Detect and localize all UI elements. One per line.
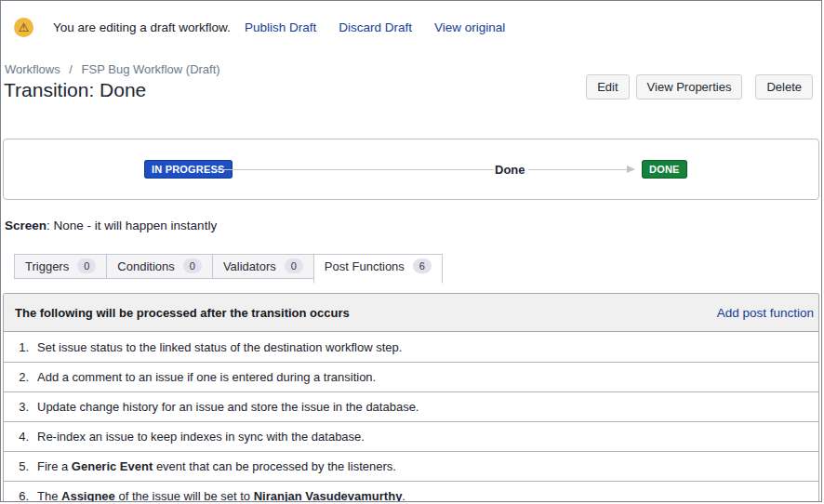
- draft-banner: ⚠ You are editing a draft workflow. Publ…: [14, 18, 505, 37]
- tab-count-badge: 6: [413, 259, 432, 273]
- tab-label: Triggers: [25, 259, 69, 273]
- row-number: 6.: [4, 489, 29, 501]
- tab-label: Validators: [223, 259, 276, 273]
- discard-draft-link[interactable]: Discard Draft: [339, 20, 412, 34]
- post-function-row: 2.Add a comment to an issue if one is en…: [4, 362, 818, 391]
- breadcrumb-separator: /: [69, 62, 73, 76]
- transition-line: [218, 169, 494, 170]
- tab-count-badge: 0: [183, 259, 202, 273]
- screen-info-label: Screen: [5, 219, 47, 232]
- view-properties-button[interactable]: View Properties: [636, 74, 743, 99]
- row-text: Re-index an issue to keep indexes in syn…: [37, 430, 365, 444]
- breadcrumb: Workflows / FSP Bug Workflow (Draft): [5, 62, 220, 76]
- workflow-transition-page: ⚠ You are editing a draft workflow. Publ…: [0, 0, 822, 502]
- status-lozenge-target[interactable]: DONE: [642, 160, 687, 179]
- tab-triggers[interactable]: Triggers0: [14, 254, 107, 279]
- warning-icon: ⚠: [14, 18, 33, 37]
- screen-info-value: : None - it will happen instantly: [47, 219, 217, 232]
- transition-line: [528, 169, 627, 170]
- tab-validators[interactable]: Validators0: [212, 254, 314, 279]
- post-function-row: 5.Fire a Generic Event event that can be…: [4, 451, 818, 481]
- row-number: 4.: [4, 430, 29, 444]
- post-function-list: 1.Set issue status to the linked status …: [4, 332, 818, 501]
- post-function-row: 3.Update change history for an issue and…: [4, 391, 818, 421]
- breadcrumb-workflows[interactable]: Workflows: [5, 62, 60, 76]
- transition-diagram: IN PROGRESS Done DONE: [3, 139, 819, 200]
- add-post-function-link[interactable]: Add post function: [717, 306, 814, 320]
- panel-header-title: The following will be processed after th…: [15, 306, 350, 320]
- delete-button[interactable]: Delete: [755, 74, 813, 99]
- draft-banner-message: You are editing a draft workflow.: [53, 20, 231, 34]
- post-function-row: 6.The Assignee of the issue will be set …: [4, 481, 818, 501]
- row-text: The Assignee of the issue will be set to…: [37, 489, 405, 501]
- breadcrumb-workflow-draft[interactable]: FSP Bug Workflow (Draft): [82, 62, 220, 76]
- tab-label: Post Functions: [325, 259, 405, 273]
- row-number: 2.: [4, 370, 29, 384]
- panel-header: The following will be processed after th…: [4, 294, 818, 332]
- arrow-head-icon: [627, 166, 635, 173]
- tab-conditions[interactable]: Conditions0: [106, 254, 213, 279]
- post-function-row: 4.Re-index an issue to keep indexes in s…: [4, 421, 818, 451]
- row-number: 1.: [4, 340, 29, 354]
- page-title: Transition: Done: [4, 79, 146, 101]
- row-text: Update change history for an issue and s…: [37, 400, 419, 414]
- tab-count-badge: 0: [285, 259, 303, 273]
- edit-button[interactable]: Edit: [586, 74, 629, 99]
- view-original-link[interactable]: View original: [434, 20, 505, 34]
- post-functions-panel: The following will be processed after th…: [3, 293, 819, 501]
- row-text: Set issue status to the linked status of…: [37, 340, 402, 354]
- screen-info: Screen: None - it will happen instantly: [5, 219, 217, 232]
- tab-label: Conditions: [117, 259, 174, 273]
- row-number: 3.: [4, 400, 29, 414]
- tab-post-functions[interactable]: Post Functions6: [313, 254, 443, 284]
- tab-count-badge: 0: [77, 259, 96, 273]
- publish-draft-link[interactable]: Publish Draft: [245, 20, 316, 34]
- tab-bar: Triggers0Conditions0Validators0Post Func…: [14, 254, 442, 284]
- row-text: Add a comment to an issue if one is ente…: [37, 370, 376, 384]
- transition-label: Done: [495, 163, 525, 177]
- row-number: 5.: [4, 459, 29, 473]
- action-buttons: Edit View Properties Delete: [579, 74, 813, 99]
- row-text: Fire a Generic Event event that can be p…: [37, 459, 396, 473]
- post-function-row: 1.Set issue status to the linked status …: [4, 332, 818, 362]
